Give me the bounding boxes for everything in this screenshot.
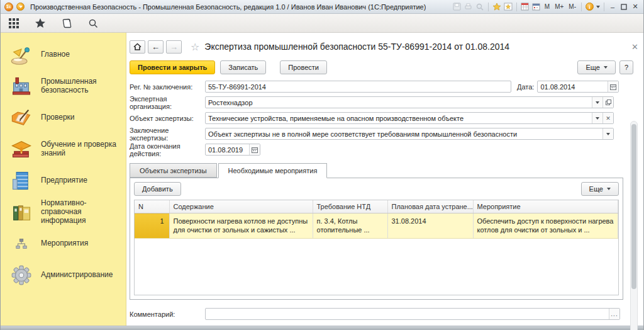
system-menu-button[interactable]: [16, 3, 25, 11]
maximize-button[interactable]: [619, 2, 628, 11]
comment-row: Комментарий: ...: [130, 308, 643, 320]
cell-ntd: п. 3.4, Котлы отопительные ...: [313, 213, 387, 239]
cell-n: 1: [135, 213, 169, 239]
cell-content: Поверхности нагрева котлов не доступны д…: [169, 213, 313, 239]
favorites-add-icon[interactable]: [504, 2, 513, 11]
list-more-button[interactable]: Еще: [581, 182, 619, 196]
expertise-object-input[interactable]: [206, 113, 592, 123]
command-bar: Провести и закрыть Записать Провести Еще…: [130, 60, 633, 74]
date-label: Дата:: [517, 83, 534, 91]
add-button[interactable]: Добавить: [134, 182, 181, 196]
building-icon: [9, 169, 33, 193]
dropdown-icon[interactable]: [592, 97, 602, 108]
comment-more-button[interactable]: ...: [609, 309, 619, 319]
memory-m-minus-button[interactable]: M-: [567, 3, 577, 10]
back-button[interactable]: ←: [148, 40, 164, 54]
column-header-ntd[interactable]: Требование НТД: [313, 200, 387, 213]
binders-icon: [9, 200, 33, 224]
sidebar-item-label: Промышленная безопасность: [41, 77, 120, 95]
comment-input[interactable]: [206, 309, 609, 319]
form-fields: Рег. № заключения: Дата: Экспертная орга…: [130, 81, 643, 156]
sidebar-item-label: Предприятие: [41, 176, 120, 185]
column-header-planned-date[interactable]: Плановая дата устране...: [387, 200, 473, 213]
dropdown-icon[interactable]: [602, 128, 613, 139]
expert-org-label: Экспертная организация:: [130, 95, 205, 110]
favorites-star-icon[interactable]: [492, 2, 501, 11]
end-date-input[interactable]: [206, 144, 249, 155]
activities-panel: Добавить Еще N Содержание Требование НТД…: [130, 178, 623, 300]
close-window-button[interactable]: ✕: [631, 2, 640, 11]
column-header-content[interactable]: Содержание: [169, 200, 313, 213]
1c-logo-icon[interactable]: 1с: [4, 3, 13, 11]
post-and-close-button[interactable]: Провести и закрыть: [130, 60, 215, 74]
sidebar-item-label: Мероприятия: [41, 239, 120, 248]
window-titlebar: 1с Производственная Безопасность - Промы…: [1, 0, 643, 14]
tab-expertise-objects[interactable]: Объекты экспертизы: [130, 163, 217, 178]
calendar-picker-icon[interactable]: [608, 81, 618, 92]
sidebar-item-industrial-safety[interactable]: Промышленная безопасность: [1, 71, 126, 102]
write-button[interactable]: Записать: [220, 60, 266, 74]
expert-org-input[interactable]: [206, 97, 592, 108]
calculator-icon[interactable]: [521, 2, 530, 11]
memory-m-plus-button[interactable]: M+: [553, 3, 565, 10]
search-icon[interactable]: [87, 18, 99, 29]
sidebar-item-activities[interactable]: Мероприятия: [1, 228, 126, 259]
favorite-star-icon[interactable]: ☆: [191, 41, 199, 53]
chevron-down-icon: [19, 6, 23, 8]
sidebar-item-administration[interactable]: Администрирование: [1, 259, 126, 291]
home-button[interactable]: [130, 40, 145, 54]
close-form-icon[interactable]: ✕: [630, 42, 640, 52]
column-header-n[interactable]: N: [135, 200, 169, 213]
sidebar-item-training[interactable]: Обучение и проверка знаний: [1, 134, 126, 165]
sidebar-item-label: Главное: [41, 50, 120, 59]
info-dropdown-icon[interactable]: [596, 6, 600, 8]
post-button[interactable]: Провести: [280, 60, 327, 74]
clear-icon[interactable]: ✕: [602, 113, 613, 123]
calendar-picker-icon[interactable]: [249, 144, 260, 155]
sidebar-item-reference-info[interactable]: Нормативно-справочная информация: [1, 196, 126, 228]
info-icon[interactable]: i: [586, 3, 594, 11]
date-input[interactable]: [538, 81, 608, 92]
print-icon[interactable]: [464, 2, 473, 11]
favorites-icon[interactable]: [35, 18, 46, 29]
scrollbar-thumb[interactable]: [631, 124, 636, 289]
cell-activity: Обеспечить доступ к поверхности нагрева …: [473, 213, 618, 239]
forward-button[interactable]: →: [166, 40, 182, 54]
activities-table: N Содержание Требование НТД Плановая дат…: [134, 200, 619, 295]
gear-icon: [9, 263, 33, 287]
reg-number-input[interactable]: [206, 81, 511, 92]
menu-grid-icon[interactable]: [8, 18, 19, 29]
section-sidebar: Главное Промышленная безопасность Провер…: [1, 33, 126, 326]
desk-lamp-icon: [9, 43, 33, 67]
sidebar-item-inspections[interactable]: Проверки: [1, 102, 126, 134]
history-icon[interactable]: [61, 18, 72, 29]
titlebar-separator: [488, 3, 489, 11]
main-area: ← → ☆ Экспертиза промышленной безопаснос…: [126, 33, 643, 326]
table-row[interactable]: 1 Поверхности нагрева котлов не доступны…: [135, 213, 618, 239]
save-icon[interactable]: [453, 2, 462, 11]
conclusion-input[interactable]: [206, 128, 602, 139]
column-header-activity[interactable]: Мероприятие: [473, 200, 618, 213]
memory-m-button[interactable]: M: [543, 3, 551, 10]
dropdown-icon[interactable]: [592, 113, 602, 123]
preview-icon[interactable]: [475, 2, 484, 11]
calendar-icon[interactable]: [532, 2, 541, 11]
titlebar-separator: [581, 3, 582, 11]
chevron-down-icon: [607, 188, 611, 190]
window-title: Производственная Безопасность - Промышле…: [30, 3, 426, 11]
help-button[interactable]: ?: [619, 60, 633, 74]
sidebar-item-label: Администрирование: [41, 271, 120, 280]
comment-label: Комментарий:: [130, 310, 205, 318]
form-header: ← → ☆ Экспертиза промышленной безопаснос…: [130, 38, 640, 55]
table-header-row: N Содержание Требование НТД Плановая дат…: [135, 200, 618, 213]
tab-required-activities[interactable]: Необходимые мероприятия: [218, 163, 328, 178]
factory-icon: [9, 74, 33, 98]
window-bottom-border: [1, 326, 643, 330]
vertical-scrollbar[interactable]: [630, 121, 638, 330]
sidebar-item-main[interactable]: Главное: [1, 39, 126, 71]
more-button[interactable]: Еще: [577, 60, 615, 74]
open-item-icon[interactable]: [602, 97, 613, 108]
sidebar-item-enterprise[interactable]: Предприятие: [1, 165, 126, 196]
minimize-button[interactable]: –: [608, 2, 617, 11]
sidebar-item-label: Проверки: [41, 113, 120, 122]
